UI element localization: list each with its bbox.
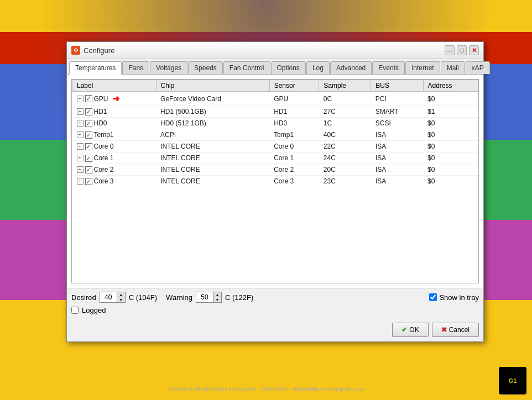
cell-label-5: +Core 1 — [72, 152, 157, 164]
red-arrow-icon: ➜ — [112, 93, 119, 104]
tab-fans[interactable]: Fans — [122, 61, 149, 74]
tab-speeds[interactable]: Speeds — [188, 61, 223, 74]
desired-down[interactable]: ▼ — [117, 297, 125, 302]
row-label-5: Core 1 — [94, 154, 114, 162]
cell-bus-5: ISA — [371, 152, 423, 164]
tab-voltages[interactable]: Voltages — [150, 61, 187, 74]
show-tray-checkbox[interactable] — [429, 293, 437, 301]
maximize-button[interactable]: □ — [457, 45, 467, 55]
warning-down[interactable]: ▼ — [213, 297, 221, 302]
row-checkbox-1[interactable] — [85, 108, 92, 115]
tab-advanced[interactable]: Advanced — [330, 61, 372, 74]
cell-bus-2: SCSI — [371, 118, 423, 129]
cell-sample-7: 23C — [319, 176, 371, 187]
expand-btn-3[interactable]: + — [77, 131, 84, 138]
col-label: Label — [72, 80, 157, 92]
cancel-label: Cancel — [449, 326, 470, 334]
ok-icon: ✔ — [401, 326, 407, 334]
cell-address-3: $0 — [423, 129, 478, 141]
row-label-3: Temp1 — [94, 131, 114, 139]
desired-spinbox[interactable]: ▲ ▼ — [100, 292, 126, 303]
logged-row: Logged — [71, 306, 479, 314]
app-icon: ⚙ — [71, 46, 80, 55]
button-bar: ✔ OK ✖ Cancel — [67, 318, 483, 341]
tab-options[interactable]: Options — [271, 61, 306, 74]
table-row: +Core 0INTEL CORECore 022CISA$0 — [72, 141, 478, 152]
cell-label-2: +HD0 — [72, 118, 157, 129]
tab-events[interactable]: Events — [372, 61, 405, 74]
expand-btn-5[interactable]: + — [77, 155, 84, 161]
table-row: +Temp1ACPITemp140CISA$0 — [72, 129, 478, 141]
desired-label: Desired — [71, 293, 96, 302]
expand-btn-2[interactable]: + — [77, 120, 84, 127]
logged-checkbox[interactable] — [71, 307, 79, 314]
sensors-table: Label Chip Sensor Sample BUS Address +GP… — [72, 80, 478, 187]
desired-value[interactable] — [100, 292, 117, 302]
cell-sensor-0: GPU — [269, 92, 319, 106]
col-sensor: Sensor — [269, 80, 319, 92]
table-row: +GPU ➜GeForce Video CardGPU0CPCI$0 — [72, 92, 478, 106]
row-checkbox-4[interactable] — [85, 143, 92, 150]
ok-button[interactable]: ✔ OK — [392, 323, 428, 337]
title-controls: — □ ✕ — [445, 45, 479, 55]
content-area: Label Chip Sensor Sample BUS Address +GP… — [67, 75, 483, 288]
expand-btn-0[interactable]: + — [77, 96, 84, 102]
cell-bus-3: ISA — [371, 129, 423, 141]
tab-mail[interactable]: Mail — [441, 61, 465, 74]
tab-xap[interactable]: xAP — [466, 61, 490, 74]
cell-label-1: +HD1 — [72, 106, 157, 118]
bottom-section: Desired ▲ ▼ C (104F) Warning ▲ ▼ C (122F… — [67, 288, 483, 318]
warning-spinbox[interactable]: ▲ ▼ — [196, 292, 222, 303]
cell-sensor-3: Temp1 — [269, 129, 319, 141]
cell-label-0: +GPU ➜ — [72, 92, 157, 106]
cell-address-5: $0 — [423, 152, 478, 164]
cell-sample-2: 1C — [319, 118, 371, 129]
row-checkbox-5[interactable] — [85, 155, 92, 162]
cell-label-7: +Core 3 — [72, 176, 157, 187]
desired-up[interactable]: ▲ — [117, 292, 125, 297]
cell-bus-6: ISA — [371, 164, 423, 176]
cell-sample-0: 0C — [319, 92, 371, 106]
tab-bar: Temperatures Fans Voltages Speeds Fan Co… — [67, 59, 483, 75]
expand-btn-1[interactable]: + — [77, 108, 84, 115]
tab-temperatures[interactable]: Temperatures — [69, 61, 122, 75]
row-label-1: HD1 — [94, 108, 107, 115]
cell-chip-2: HD0 (512.1GB) — [156, 118, 269, 129]
expand-btn-4[interactable]: + — [77, 143, 84, 150]
cell-chip-6: INTEL CORE — [156, 164, 269, 176]
tab-internet[interactable]: Internet — [405, 61, 440, 74]
cancel-button[interactable]: ✖ Cancel — [432, 323, 479, 337]
row-checkbox-2[interactable] — [85, 120, 92, 127]
cell-chip-1: HD1 (500.1GB) — [156, 106, 269, 118]
row-checkbox-7[interactable] — [85, 178, 92, 185]
cell-chip-0: GeForce Video Card — [156, 92, 269, 106]
table-row: +HD1HD1 (500.1GB)HD127CSMART$1 — [72, 106, 478, 118]
cell-chip-3: ACPI — [156, 129, 269, 141]
expand-btn-7[interactable]: + — [77, 178, 84, 185]
minimize-button[interactable]: — — [445, 45, 455, 55]
cell-address-1: $1 — [423, 106, 478, 118]
col-sample: Sample — [319, 80, 371, 92]
cell-chip-7: INTEL CORE — [156, 176, 269, 187]
desired-row: Desired ▲ ▼ C (104F) Warning ▲ ▼ C (122F… — [71, 292, 479, 303]
cell-chip-4: INTEL CORE — [156, 141, 269, 152]
cell-bus-7: ISA — [371, 176, 423, 187]
row-label-4: Core 0 — [94, 143, 114, 150]
col-chip: Chip — [156, 80, 269, 92]
tab-log[interactable]: Log — [306, 61, 330, 74]
warning-up[interactable]: ▲ — [213, 292, 221, 297]
ok-label: OK — [409, 326, 419, 334]
expand-btn-6[interactable]: + — [77, 166, 84, 173]
table-row: +Core 2INTEL CORECore 220CISA$0 — [72, 164, 478, 176]
close-button[interactable]: ✕ — [469, 45, 479, 55]
cell-sensor-1: HD1 — [269, 106, 319, 118]
tab-fan-control[interactable]: Fan Control — [223, 61, 270, 74]
warning-value[interactable] — [196, 292, 213, 302]
row-checkbox-6[interactable] — [85, 166, 92, 173]
cell-chip-5: INTEL CORE — [156, 152, 269, 164]
cancel-icon: ✖ — [441, 326, 447, 334]
row-checkbox-0[interactable] — [85, 95, 92, 102]
cell-sensor-6: Core 2 — [269, 164, 319, 176]
warning-unit: C (122F) — [225, 293, 253, 302]
row-checkbox-3[interactable] — [85, 131, 92, 139]
